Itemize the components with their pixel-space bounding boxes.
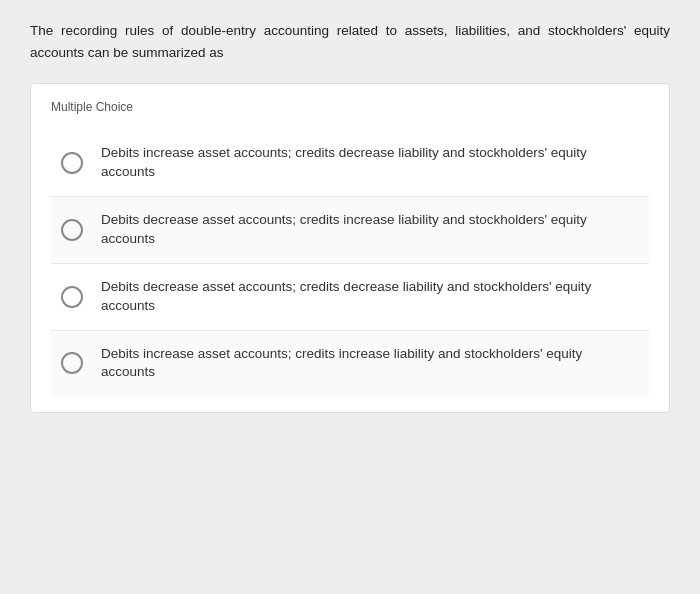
option-text-2: Debits decrease asset accounts; credits … — [101, 211, 639, 249]
option-item-4[interactable]: Debits increase asset accounts; credits … — [51, 331, 649, 397]
question-text: The recording rules of double-entry acco… — [30, 20, 670, 63]
option-item-1[interactable]: Debits increase asset accounts; credits … — [51, 130, 649, 197]
option-text-1: Debits increase asset accounts; credits … — [101, 144, 639, 182]
multiple-choice-label: Multiple Choice — [51, 100, 649, 114]
radio-button-3[interactable] — [61, 286, 83, 308]
option-text-4: Debits increase asset accounts; credits … — [101, 345, 639, 383]
radio-button-1[interactable] — [61, 152, 83, 174]
option-item-3[interactable]: Debits decrease asset accounts; credits … — [51, 264, 649, 331]
answer-section: Multiple Choice Debits increase asset ac… — [30, 83, 670, 413]
option-text-3: Debits decrease asset accounts; credits … — [101, 278, 639, 316]
radio-button-4[interactable] — [61, 352, 83, 374]
option-item-2[interactable]: Debits decrease asset accounts; credits … — [51, 197, 649, 264]
page-container: The recording rules of double-entry acco… — [0, 0, 700, 594]
radio-button-2[interactable] — [61, 219, 83, 241]
